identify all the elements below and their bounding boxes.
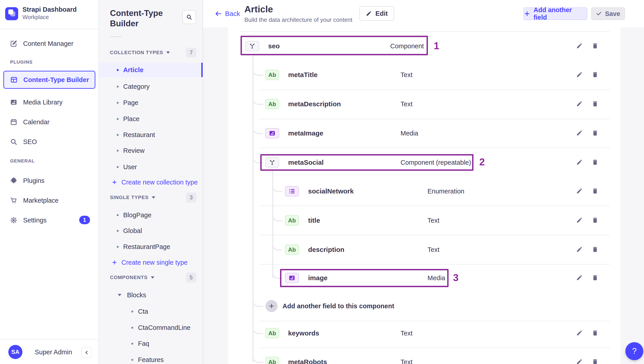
avatar[interactable]: SA: [8, 345, 22, 359]
media-field-icon: [285, 273, 299, 283]
field-type: Text: [428, 246, 439, 253]
annotation-number-1: 1: [434, 40, 439, 52]
fields-card: seo Component Ab metaTitle Text Ab metaD…: [228, 27, 620, 364]
panel-item-restaurantpage[interactable]: RestaurantPage: [99, 240, 202, 254]
cart-icon: [10, 197, 17, 204]
collection-types-count: 7: [186, 48, 196, 58]
field-row-title: Ab title Text: [228, 206, 620, 235]
sidebar-item-media-library[interactable]: Media Library: [0, 95, 97, 109]
sidebar-item-marketplace[interactable]: Marketplace: [0, 194, 97, 207]
delete-field-button[interactable]: [590, 245, 600, 254]
delete-field-button[interactable]: [590, 100, 600, 109]
edit-field-button[interactable]: [575, 245, 584, 254]
create-single-type-link[interactable]: Create new single type: [99, 255, 202, 270]
sidebar-collapse-button[interactable]: [82, 347, 92, 358]
sidebar-item-content-manager[interactable]: Content Manager: [0, 37, 97, 51]
field-name: metaImage: [288, 129, 323, 137]
panel-item-user[interactable]: User: [99, 160, 202, 174]
sidebar-item-label: Calendar: [23, 118, 50, 126]
panel-item-page[interactable]: Page: [99, 95, 202, 110]
field-name: socialNetwork: [308, 188, 354, 195]
panel-item-faq[interactable]: Faq: [99, 336, 202, 351]
field-row-metadescription: Ab metaDescription Text: [228, 89, 620, 119]
sidebar-item-label: Media Library: [23, 99, 62, 106]
edit-field-button[interactable]: [575, 187, 584, 196]
component-group-blocks[interactable]: Blocks: [99, 288, 202, 302]
help-button[interactable]: ?: [626, 342, 643, 360]
field-type: Text: [400, 100, 412, 108]
panel-item-category[interactable]: Category: [99, 79, 202, 94]
add-field-to-component-button[interactable]: Add another field to this component: [228, 291, 620, 321]
panel-item-restaurant[interactable]: Restaurant: [99, 128, 202, 142]
edit-field-button[interactable]: [575, 216, 584, 225]
single-types-header[interactable]: SINGLE TYPES: [110, 194, 155, 201]
arrow-left-icon: [215, 10, 222, 17]
field-row-socialnetwork: socialNetwork Enumeration: [228, 176, 620, 206]
enumeration-field-icon: [285, 186, 299, 196]
component-field-icon: [265, 157, 279, 168]
media-field-icon: [265, 128, 279, 138]
add-another-field-button[interactable]: Add another field: [524, 8, 587, 20]
delete-field-button[interactable]: [590, 129, 600, 138]
field-type: Text: [400, 71, 412, 79]
delete-field-button[interactable]: [590, 187, 600, 196]
field-row-metaimage: metaImage Media: [228, 119, 620, 148]
panel-item-article[interactable]: Article: [99, 63, 202, 77]
panel-search-button[interactable]: [182, 10, 196, 24]
field-row-keywords: Ab keywords Text: [228, 319, 620, 348]
ctb-panel: Content-Type Builder COLLECTION TYPES 7 …: [99, 0, 203, 364]
search-icon: [10, 138, 17, 145]
pencil-icon: [366, 11, 372, 17]
panel-item-blogpage[interactable]: BlogPage: [99, 208, 202, 222]
page-title-block: Article Build the data architecture of y…: [244, 4, 352, 23]
sidebar-item-label: Settings: [23, 217, 47, 224]
edit-field-button[interactable]: [575, 329, 584, 338]
edit-field-button[interactable]: [575, 100, 584, 109]
panel-item-ctacommandline[interactable]: CtaCommandLine: [99, 320, 202, 335]
edit-field-button[interactable]: [575, 42, 584, 51]
general-section-label: GENERAL: [10, 158, 35, 163]
panel-item-features[interactable]: Features: [99, 352, 202, 364]
edit-field-button[interactable]: [575, 273, 584, 282]
text-field-icon: Ab: [285, 215, 299, 226]
gear-icon: [10, 217, 17, 224]
grid-layout-icon: [10, 76, 18, 83]
delete-field-button[interactable]: [590, 158, 600, 167]
collection-types-header[interactable]: COLLECTION TYPES: [110, 49, 170, 56]
components-header[interactable]: COMPONENTS: [110, 274, 154, 281]
edit-button[interactable]: Edit: [360, 6, 394, 21]
edit-field-button[interactable]: [575, 357, 584, 364]
delete-field-button[interactable]: [590, 216, 600, 225]
edit-field-button[interactable]: [575, 70, 584, 79]
sidebar-item-plugins[interactable]: Plugins: [0, 174, 97, 188]
delete-field-button[interactable]: [590, 42, 600, 51]
panel-item-review[interactable]: Review: [99, 143, 202, 158]
sidebar-item-label: SEO: [23, 138, 37, 146]
field-name: description: [308, 246, 344, 253]
back-link[interactable]: Back: [215, 0, 240, 27]
sidebar-item-content-type-builder[interactable]: Content-Type Builder: [3, 71, 95, 89]
delete-field-button[interactable]: [590, 70, 600, 79]
edit-field-button[interactable]: [575, 158, 584, 167]
delete-field-button[interactable]: [590, 329, 600, 338]
caret-down-icon: [151, 276, 154, 279]
field-row-seo: seo Component: [228, 32, 620, 61]
sidebar-item-label: Marketplace: [23, 197, 58, 204]
create-collection-type-link[interactable]: Create new collection type: [99, 175, 202, 190]
delete-field-button[interactable]: [590, 357, 600, 364]
divider: [0, 339, 98, 339]
edit-field-button[interactable]: [575, 129, 584, 138]
save-button[interactable]: Save: [591, 8, 625, 20]
text-field-icon: Ab: [265, 357, 279, 364]
delete-field-button[interactable]: [590, 273, 600, 282]
sidebar-item-seo[interactable]: SEO: [0, 135, 97, 149]
field-row-metatitle: Ab metaTitle Text: [228, 60, 620, 89]
panel-item-cta[interactable]: Cta: [99, 304, 202, 319]
sidebar-item-label: Content-Type Builder: [23, 76, 89, 84]
panel-item-global[interactable]: Global: [99, 224, 202, 238]
panel-item-place[interactable]: Place: [99, 112, 202, 126]
search-icon: [186, 14, 192, 20]
divider: [110, 36, 121, 37]
app-title: Strapi Dashboard: [22, 6, 77, 13]
sidebar-item-calendar[interactable]: Calendar: [0, 115, 97, 129]
